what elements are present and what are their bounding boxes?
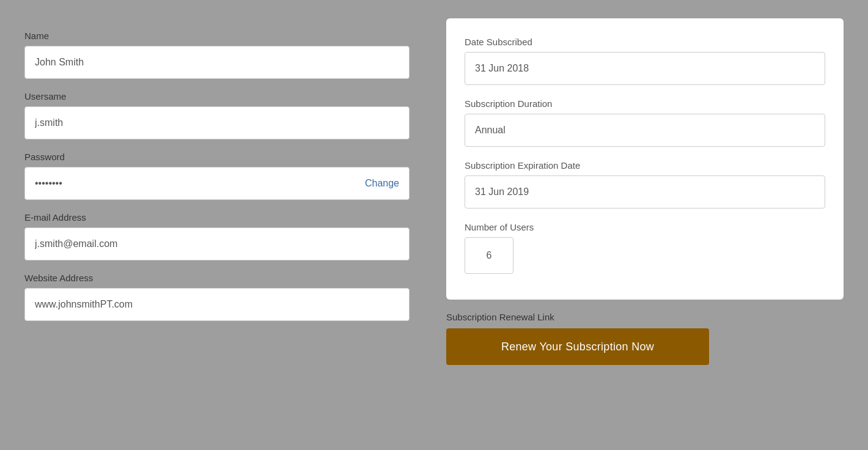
renewal-link-label: Subscription Renewal Link [446, 312, 844, 322]
password-label: Password [24, 152, 410, 162]
username-input[interactable] [24, 106, 410, 139]
website-label: Website Address [24, 273, 410, 283]
name-label: Name [24, 31, 410, 41]
subscription-duration-input[interactable] [465, 114, 825, 147]
num-users-input[interactable] [465, 237, 513, 274]
name-input[interactable] [24, 46, 410, 79]
change-password-button[interactable]: Change [355, 168, 409, 199]
expiration-date-group: Subscription Expiration Date [465, 160, 825, 208]
renew-subscription-button[interactable]: Renew Your Subscription Now [446, 328, 709, 365]
date-subscribed-label: Date Subscribed [465, 37, 825, 47]
password-field-group: Password Change [24, 152, 410, 200]
email-field-group: E-mail Address [24, 212, 410, 260]
username-field-group: Usersame [24, 91, 410, 139]
password-row: Change [24, 167, 410, 200]
email-label: E-mail Address [24, 212, 410, 223]
page-container: Name Usersame Password Change E-mail Add… [0, 0, 868, 450]
num-users-group: Number of Users [465, 222, 825, 274]
expiration-date-input[interactable] [465, 175, 825, 208]
right-column: Date Subscribed Subscription Duration Su… [446, 18, 844, 432]
num-users-label: Number of Users [465, 222, 825, 232]
email-input[interactable] [24, 227, 410, 260]
subscription-duration-group: Subscription Duration [465, 98, 825, 147]
website-field-group: Website Address [24, 273, 410, 321]
expiration-date-label: Subscription Expiration Date [465, 160, 825, 171]
website-input[interactable] [24, 288, 410, 321]
subscription-duration-label: Subscription Duration [465, 98, 825, 109]
password-input[interactable] [25, 168, 355, 199]
date-subscribed-input[interactable] [465, 52, 825, 85]
renewal-section: Subscription Renewal Link Renew Your Sub… [446, 300, 844, 365]
date-subscribed-group: Date Subscribed [465, 37, 825, 85]
left-column: Name Usersame Password Change E-mail Add… [24, 18, 410, 432]
name-field-group: Name [24, 31, 410, 79]
subscription-panel: Date Subscribed Subscription Duration Su… [446, 18, 844, 300]
username-label: Usersame [24, 91, 410, 101]
